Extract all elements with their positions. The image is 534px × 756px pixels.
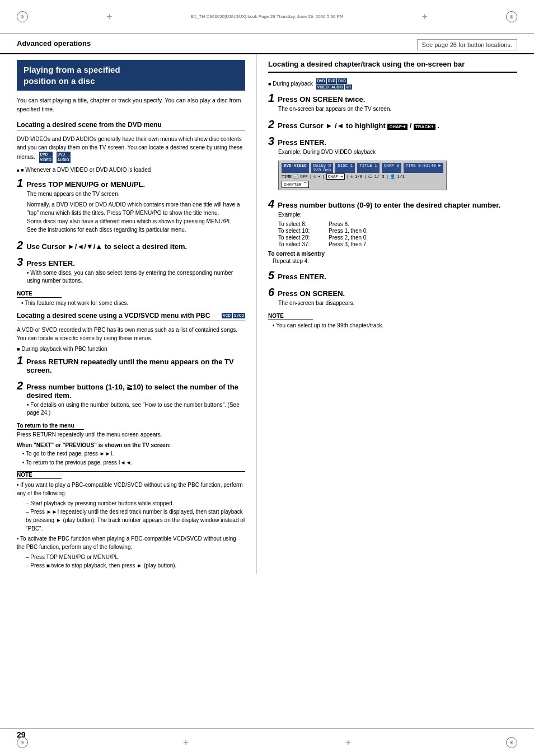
vcd-title-text: Locating a desired scene using a VCD/SVC… bbox=[17, 312, 210, 320]
r-step6: 6 Press ON SCREEN. The on-screen bar dis… bbox=[268, 287, 517, 307]
header-bar: Advanced operations See page 26 for butt… bbox=[0, 34, 534, 54]
r-step1-header: 1 Press ON SCREEN twice. bbox=[268, 92, 517, 104]
osd-time-label: TIME bbox=[282, 175, 292, 179]
r-step6-title: Press ON SCREEN. bbox=[278, 289, 345, 298]
osd-row2: TIME 🔄 OFF | ⊙ ➔ | CHAP ➔ | ⊙ 1/8 | 🖵 1/… bbox=[282, 173, 443, 180]
crosshair-bottom2 bbox=[344, 738, 353, 747]
vcd-step1-header: 1 Press RETURN repeatedly until the menu… bbox=[17, 355, 245, 374]
osd-disc: DISC 1 bbox=[335, 163, 355, 173]
dvd-step2-header: 2 Use Cursor ►/◄/▼/▲ to select a desired… bbox=[17, 240, 245, 251]
r-step5-title: Press ENTER. bbox=[278, 273, 326, 281]
main-title-box: Playing from a specifiedposition on a di… bbox=[17, 60, 245, 91]
when-next-prev: When "NEXT" or "PREVIOUS" is shown on th… bbox=[17, 442, 245, 467]
crosshair-top2 bbox=[420, 12, 429, 21]
vcd-body: A VCD or SVCD recorded with PBC has its … bbox=[17, 326, 245, 342]
osd-1-8: 1/8 bbox=[355, 175, 363, 179]
r-step1-desc: The on-screen bar appears on the TV scre… bbox=[278, 105, 517, 113]
track-badge: TRACK+ bbox=[414, 124, 435, 130]
dvd-inline-badges: DVD DVD DVD VIDEO AUDIO VR bbox=[316, 78, 352, 90]
dash1: Start playback by pressing number button… bbox=[26, 499, 245, 508]
vcd-note: NOTE • If you want to play a PBC-compati… bbox=[17, 471, 245, 570]
during-playback: ■ During playback DVD DVD DVD VIDEO AUDI… bbox=[268, 78, 517, 90]
osd-person: 👤 bbox=[390, 174, 395, 179]
vcd-section: Locating a desired scene using a VCD/SVC… bbox=[17, 312, 245, 570]
badge-row1: DVD DVD DVD bbox=[316, 78, 352, 84]
vcd-step2-num: 2 bbox=[17, 380, 23, 391]
r-step6-desc: The on-screen bar disappears. bbox=[278, 299, 517, 307]
dvd-note: NOTE This feature may not work for some … bbox=[17, 290, 245, 307]
page: ⊕ EX_TH-C906020[USUGUX].book Page 29 Thu… bbox=[0, 0, 534, 756]
r-step5-num: 5 bbox=[268, 270, 274, 281]
main-columns: Playing from a specifiedposition on a di… bbox=[0, 54, 534, 574]
dvd-menu-title: Locating a desired scene from the DVD me… bbox=[17, 121, 245, 130]
r-step6-header: 6 Press ON SCREEN. bbox=[268, 287, 517, 298]
r-step3-header: 3 Press ENTER. bbox=[268, 135, 517, 147]
ex-row2: To select 10: Press 1, then 0. bbox=[278, 228, 517, 234]
osd-cd-icon: ⊙ bbox=[350, 174, 353, 179]
correct-entry-desc: Repeat step 4. bbox=[273, 258, 517, 264]
return-menu: To return to the menu Press RETURN repea… bbox=[17, 422, 245, 438]
vcd-step2-title: Press number buttons (1-10, ≧10) to sele… bbox=[26, 383, 245, 400]
r-step3-desc: Example: During DVD VIDEO playback bbox=[278, 148, 517, 156]
correct-entry-title: To correct a misentry bbox=[268, 251, 517, 257]
vcd-during: ■ During playback with PBC function bbox=[17, 346, 245, 352]
dvd-menu-body: DVD VIDEOs and DVD AUDIOs generally have… bbox=[17, 135, 245, 163]
intro-text: You can start playing a title, chapter o… bbox=[17, 96, 245, 114]
ex-row3: To select 20: Press 2, then 0. bbox=[278, 234, 517, 241]
vcd-step2-header: 2 Press number buttons (1-10, ≧10) to se… bbox=[17, 380, 245, 400]
r-step4: 4 Press number buttons (0-9) to enter th… bbox=[268, 198, 517, 264]
corner-mark-br: ⊕ bbox=[506, 737, 517, 748]
step2-title: Use Cursor ►/◄/▼/▲ to select a desired i… bbox=[26, 242, 187, 251]
ex-label3: To select 20: bbox=[278, 234, 323, 241]
r-note: NOTE You can select up to the 99th chapt… bbox=[268, 313, 517, 330]
osd-circle: ⊙ bbox=[313, 174, 316, 179]
vcd-note-p1: • If you want to play a PBC-compatible V… bbox=[17, 481, 245, 497]
dvd-step2: 2 Use Cursor ►/◄/▼/▲ to select a desired… bbox=[17, 240, 245, 251]
r-step3-title: Press ENTER. bbox=[278, 138, 326, 147]
step3-note: • With some discs, you can also select i… bbox=[27, 269, 245, 285]
vcd-title: Locating a desired scene using a VCD/SVC… bbox=[17, 312, 245, 321]
vcd-note-dashes2: Press TOP MENU/PG or MENU/PL. Press ■ tw… bbox=[26, 553, 245, 570]
dvd-badges-stack: DVD VIDEO bbox=[39, 152, 53, 163]
badge-dvd: DVD bbox=[39, 152, 53, 157]
top-border: ⊕ EX_TH-C906020[USUGUX].book Page 29 Thu… bbox=[0, 0, 534, 34]
dash2: Press ►►I repeatedly until the desired t… bbox=[26, 508, 245, 533]
ex-val3: Press 2, then 0. bbox=[329, 234, 368, 241]
osd-repeat: 🔄 bbox=[293, 174, 298, 179]
main-title-text: Playing from a specifiedposition on a di… bbox=[24, 65, 120, 86]
badge-vr: VR bbox=[345, 84, 352, 90]
r-step2-title: Press Cursor ► /◄ to highlight CHAP➔ / T… bbox=[278, 121, 439, 130]
return-menu-text: Press RETURN repeatedly until the menu s… bbox=[17, 431, 245, 438]
badge-dvd-r2: DVD bbox=[327, 78, 337, 84]
when-loaded-note: ■ Whenever a DVD VIDEO or DVD AUDIO is l… bbox=[17, 166, 245, 174]
vcd-note-title: NOTE bbox=[17, 472, 62, 479]
crosshair-top bbox=[105, 12, 114, 21]
r-step3-num: 3 bbox=[268, 135, 274, 147]
r-step2-num: 2 bbox=[268, 119, 274, 130]
r-step4-title: Press number buttons (0-9) to enter the … bbox=[278, 201, 500, 209]
vcd-step2: 2 Press number buttons (1-10, ≧10) to se… bbox=[17, 380, 245, 417]
chap-badge: CHAP➔ bbox=[387, 124, 407, 130]
osd-sep4: | bbox=[364, 175, 367, 179]
badge-dvd-audio: AUDIO bbox=[57, 157, 71, 163]
osd-chap: CHAP 3 bbox=[382, 163, 401, 173]
r-note-text: You can select up to the 99th chapter/tr… bbox=[273, 322, 517, 330]
next-page-bullet: To go to the next page, press ►►I. bbox=[22, 450, 245, 458]
badge-audio: AUDIO bbox=[330, 84, 344, 90]
osd-sep1: | bbox=[310, 175, 312, 179]
r-step3: 3 Press ENTER. Example: During DVD VIDEO… bbox=[268, 135, 517, 192]
r-step4-example-label: Example: bbox=[278, 211, 517, 219]
ex-val1: Press 8. bbox=[329, 221, 349, 227]
dvd-note-text: This feature may not work for some discs… bbox=[21, 299, 245, 307]
r-step4-header: 4 Press number buttons (0-9) to enter th… bbox=[268, 198, 517, 209]
osd-arrow1: ➔ bbox=[318, 174, 321, 179]
r-note-title: NOTE bbox=[268, 313, 313, 320]
vcd-note-dashes: Start playback by pressing number button… bbox=[26, 499, 245, 533]
osd-1-3: 1/ 3 bbox=[374, 175, 385, 179]
crosshair-bottom bbox=[181, 738, 190, 747]
osd-dolby: Dolby D2/0 0ch bbox=[311, 163, 334, 173]
r-step4-num: 4 bbox=[268, 198, 274, 209]
badge-dvd-video: VIDEO bbox=[39, 157, 53, 163]
r-step6-num: 6 bbox=[268, 287, 274, 298]
corner-mark-tl: ⊕ bbox=[17, 11, 28, 22]
